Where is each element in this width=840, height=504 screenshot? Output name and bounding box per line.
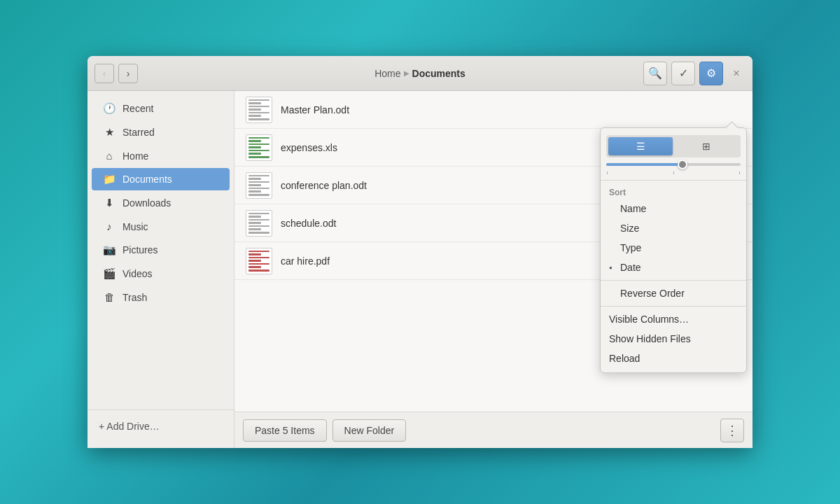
file-manager-window: ‹ › Home ▶ Documents 🔍 ✓ ⚙ × <box>88 56 752 448</box>
settings-icon: ⚙ <box>706 66 716 80</box>
breadcrumb-separator: ▶ <box>404 69 410 77</box>
starred-icon: ★ <box>103 126 115 139</box>
view-toggle: ☰ ⊞ <box>606 135 741 158</box>
file-thumbnail <box>246 248 272 274</box>
sort-size-label: Size <box>620 223 639 234</box>
show-hidden-button[interactable]: Show Hidden Files <box>601 329 746 349</box>
zoom-marks <box>606 172 741 174</box>
sort-by-date[interactable]: ● Date <box>601 258 746 277</box>
zoom-mark <box>739 172 740 174</box>
downloads-icon: ⬇ <box>103 197 115 209</box>
check-button[interactable]: ✓ <box>671 62 695 85</box>
close-icon: × <box>733 67 739 80</box>
pictures-icon: 📷 <box>103 244 115 256</box>
sidebar-item-music[interactable]: ♪ Music <box>92 216 230 237</box>
sort-date-label: Date <box>620 262 641 273</box>
reverse-order-button[interactable]: Reverse Order <box>601 284 746 303</box>
divider <box>601 306 746 307</box>
file-thumbnail <box>246 134 272 161</box>
sidebar-item-documents[interactable]: 📁 Documents <box>92 168 230 190</box>
file-list: Master Plan.odt <box>234 91 752 448</box>
search-icon: 🔍 <box>648 66 662 80</box>
new-folder-label: New Folder <box>344 425 395 436</box>
forward-button[interactable]: › <box>118 64 138 83</box>
add-drive-label: + Add Drive… <box>99 421 160 432</box>
zoom-mark <box>607 172 608 174</box>
sort-name-label: Name <box>620 203 646 214</box>
bottom-bar: Paste 5 Items New Folder ⋮ <box>234 412 752 448</box>
zoom-slider[interactable] <box>606 163 741 174</box>
more-options-button[interactable]: ⋮ <box>720 419 744 442</box>
content-area: 🕐 Recent ★ Starred ⌂ Home 📁 Documents ⬇ … <box>88 91 752 448</box>
zoom-mark <box>673 172 674 174</box>
breadcrumb-current: Documents <box>412 68 465 79</box>
videos-icon: 🎬 <box>103 267 115 280</box>
sort-section-label: Sort <box>601 183 746 199</box>
add-drive-button[interactable]: + Add Drive… <box>88 416 234 437</box>
breadcrumb: Home ▶ Documents <box>374 68 465 79</box>
settings-button[interactable]: ⚙ <box>699 62 723 85</box>
grid-view-button[interactable]: ⊞ <box>674 137 738 155</box>
file-thumbnail <box>246 97 272 123</box>
breadcrumb-parent[interactable]: Home <box>374 68 400 79</box>
sidebar-item-pictures[interactable]: 📷 Pictures <box>92 239 230 261</box>
sidebar-label-trash: Trash <box>122 292 147 303</box>
sidebar-footer: + Add Drive… <box>88 410 234 442</box>
home-icon: ⌂ <box>103 150 115 162</box>
show-hidden-label: Show Hidden Files <box>609 333 691 344</box>
sidebar-label-pictures: Pictures <box>122 244 158 255</box>
sort-by-size[interactable]: Size <box>601 218 746 238</box>
list-view-button[interactable]: ☰ <box>608 137 673 155</box>
file-name: expenses.xls <box>281 142 337 153</box>
back-button[interactable]: ‹ <box>94 64 114 83</box>
forward-icon: › <box>127 68 130 79</box>
trash-icon: 🗑 <box>103 291 115 303</box>
zoom-fill <box>606 163 680 166</box>
titlebar-actions: 🔍 ✓ ⚙ <box>643 62 723 85</box>
reload-label: Reload <box>609 353 640 364</box>
file-thumbnail <box>246 172 272 199</box>
sidebar-label-recent: Recent <box>122 103 153 114</box>
sidebar-label-music: Music <box>122 221 148 232</box>
sort-type-label: Type <box>620 242 641 253</box>
file-name: Master Plan.odt <box>281 104 349 115</box>
sidebar: 🕐 Recent ★ Starred ⌂ Home 📁 Documents ⬇ … <box>88 91 234 448</box>
sidebar-label-home: Home <box>122 150 148 162</box>
grid-view-icon: ⊞ <box>702 141 710 152</box>
paste-items-button[interactable]: Paste 5 Items <box>243 419 327 442</box>
sidebar-item-videos[interactable]: 🎬 Videos <box>92 262 230 285</box>
sort-by-name[interactable]: Name <box>601 199 746 218</box>
sort-by-type[interactable]: Type <box>601 238 746 258</box>
titlebar: ‹ › Home ▶ Documents 🔍 ✓ ⚙ × <box>88 56 752 91</box>
sidebar-item-home[interactable]: ⌂ Home <box>92 145 230 167</box>
new-folder-button[interactable]: New Folder <box>332 419 407 442</box>
back-icon: ‹ <box>103 68 106 79</box>
reload-button[interactable]: Reload <box>601 349 746 368</box>
paste-items-label: Paste 5 Items <box>255 425 315 436</box>
visible-columns-label: Visible Columns… <box>609 314 689 325</box>
table-row[interactable]: Master Plan.odt <box>234 91 752 129</box>
settings-dropdown: ☰ ⊞ <box>600 127 747 373</box>
recent-icon: 🕐 <box>103 102 115 115</box>
file-name: car hire.pdf <box>281 255 330 267</box>
file-name: schedule.odt <box>281 218 336 229</box>
visible-columns-button[interactable]: Visible Columns… <box>601 309 746 329</box>
file-thumbnail <box>246 210 272 237</box>
sidebar-item-recent[interactable]: 🕐 Recent <box>92 97 230 120</box>
sidebar-item-starred[interactable]: ★ Starred <box>92 121 230 144</box>
sidebar-label-documents: Documents <box>122 174 172 185</box>
more-icon: ⋮ <box>726 423 738 438</box>
search-button[interactable]: 🔍 <box>643 62 667 85</box>
zoom-thumb[interactable] <box>678 160 687 169</box>
list-view-icon: ☰ <box>636 141 645 152</box>
sidebar-item-downloads[interactable]: ⬇ Downloads <box>92 192 230 214</box>
divider <box>601 280 746 281</box>
documents-icon: 📁 <box>103 173 115 186</box>
sort-date-bullet: ● <box>609 265 615 271</box>
reverse-order-label: Reverse Order <box>620 288 685 299</box>
sidebar-label-downloads: Downloads <box>122 197 171 209</box>
sidebar-item-trash[interactable]: 🗑 Trash <box>92 286 230 308</box>
sidebar-label-starred: Starred <box>122 127 155 138</box>
close-button[interactable]: × <box>727 64 746 83</box>
divider <box>601 180 746 181</box>
